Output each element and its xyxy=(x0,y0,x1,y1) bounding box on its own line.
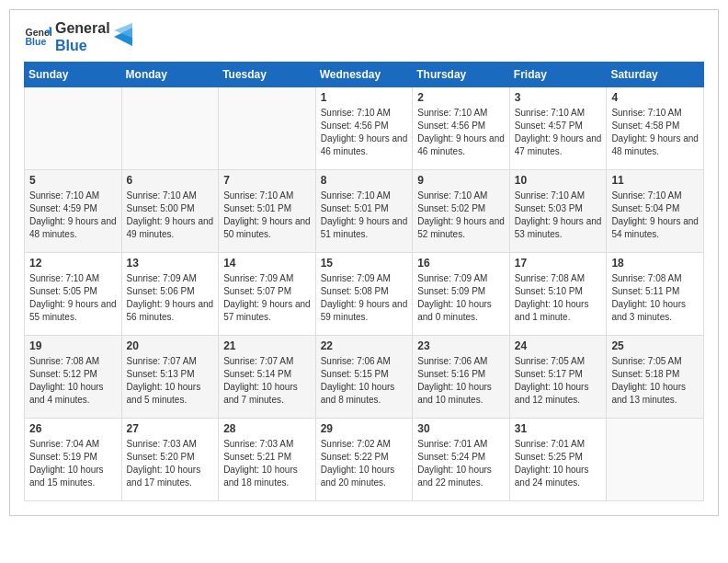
calendar-week-row: 19Sunrise: 7:08 AM Sunset: 5:12 PM Dayli… xyxy=(25,336,704,419)
calendar-cell: 21Sunrise: 7:07 AM Sunset: 5:14 PM Dayli… xyxy=(219,336,316,419)
day-number: 1 xyxy=(321,91,408,104)
day-number: 15 xyxy=(321,257,408,270)
calendar-table: SundayMondayTuesdayWednesdayThursdayFrid… xyxy=(24,62,704,501)
day-info: Sunrise: 7:04 AM Sunset: 5:19 PM Dayligh… xyxy=(29,438,117,489)
day-number: 13 xyxy=(127,257,214,270)
day-info: Sunrise: 7:10 AM Sunset: 4:58 PM Dayligh… xyxy=(611,107,699,158)
day-number: 9 xyxy=(417,174,505,187)
logo: General Blue General Blue xyxy=(24,19,132,54)
day-info: Sunrise: 7:09 AM Sunset: 5:06 PM Dayligh… xyxy=(127,272,214,324)
day-info: Sunrise: 7:10 AM Sunset: 4:59 PM Dayligh… xyxy=(29,190,117,241)
day-info: Sunrise: 7:06 AM Sunset: 5:16 PM Dayligh… xyxy=(417,355,505,407)
day-info: Sunrise: 7:10 AM Sunset: 4:57 PM Dayligh… xyxy=(515,107,602,158)
day-number: 22 xyxy=(321,339,408,352)
day-number: 18 xyxy=(611,257,699,270)
calendar-cell: 2Sunrise: 7:10 AM Sunset: 4:56 PM Daylig… xyxy=(413,87,510,170)
day-number: 31 xyxy=(515,422,602,435)
day-header-thursday: Thursday xyxy=(413,63,510,87)
day-info: Sunrise: 7:10 AM Sunset: 4:56 PM Dayligh… xyxy=(417,107,505,158)
calendar-week-row: 12Sunrise: 7:10 AM Sunset: 5:05 PM Dayli… xyxy=(25,253,704,336)
calendar-cell: 18Sunrise: 7:08 AM Sunset: 5:11 PM Dayli… xyxy=(607,253,704,336)
calendar-cell: 1Sunrise: 7:10 AM Sunset: 4:56 PM Daylig… xyxy=(315,87,413,170)
day-info: Sunrise: 7:08 AM Sunset: 5:12 PM Dayligh… xyxy=(29,355,117,407)
day-info: Sunrise: 7:01 AM Sunset: 5:24 PM Dayligh… xyxy=(417,438,505,489)
day-info: Sunrise: 7:10 AM Sunset: 5:03 PM Dayligh… xyxy=(515,190,602,241)
day-number: 12 xyxy=(29,257,117,270)
day-info: Sunrise: 7:05 AM Sunset: 5:18 PM Dayligh… xyxy=(611,355,699,407)
logo-icon: General Blue xyxy=(24,23,51,51)
calendar-cell: 19Sunrise: 7:08 AM Sunset: 5:12 PM Dayli… xyxy=(25,336,122,419)
calendar-container: General Blue General Blue SundayMondayTu… xyxy=(9,9,719,516)
day-info: Sunrise: 7:09 AM Sunset: 5:09 PM Dayligh… xyxy=(417,272,505,324)
day-header-monday: Monday xyxy=(121,63,219,87)
day-number: 24 xyxy=(515,339,602,352)
day-number: 20 xyxy=(127,339,214,352)
day-number: 5 xyxy=(29,174,117,187)
day-number: 10 xyxy=(515,174,602,187)
calendar-cell: 6Sunrise: 7:10 AM Sunset: 5:00 PM Daylig… xyxy=(121,170,219,253)
day-number: 3 xyxy=(515,91,602,104)
day-number: 4 xyxy=(611,91,699,104)
calendar-cell: 14Sunrise: 7:09 AM Sunset: 5:07 PM Dayli… xyxy=(219,253,316,336)
day-number: 19 xyxy=(29,339,117,352)
calendar-cell xyxy=(121,87,219,170)
calendar-week-row: 26Sunrise: 7:04 AM Sunset: 5:19 PM Dayli… xyxy=(25,419,704,501)
day-info: Sunrise: 7:09 AM Sunset: 5:08 PM Dayligh… xyxy=(321,272,408,324)
day-info: Sunrise: 7:03 AM Sunset: 5:20 PM Dayligh… xyxy=(127,438,214,489)
calendar-cell: 8Sunrise: 7:10 AM Sunset: 5:01 PM Daylig… xyxy=(315,170,413,253)
calendar-cell: 26Sunrise: 7:04 AM Sunset: 5:19 PM Dayli… xyxy=(25,419,122,501)
day-info: Sunrise: 7:10 AM Sunset: 5:02 PM Dayligh… xyxy=(417,190,505,241)
calendar-header: General Blue General Blue xyxy=(24,19,704,54)
day-info: Sunrise: 7:10 AM Sunset: 5:01 PM Dayligh… xyxy=(321,190,408,241)
calendar-cell xyxy=(25,87,122,170)
calendar-cell: 17Sunrise: 7:08 AM Sunset: 5:10 PM Dayli… xyxy=(509,253,607,336)
day-info: Sunrise: 7:08 AM Sunset: 5:11 PM Dayligh… xyxy=(611,272,699,324)
calendar-cell: 16Sunrise: 7:09 AM Sunset: 5:09 PM Dayli… xyxy=(413,253,510,336)
day-header-saturday: Saturday xyxy=(607,63,704,87)
calendar-cell: 10Sunrise: 7:10 AM Sunset: 5:03 PM Dayli… xyxy=(509,170,607,253)
day-number: 2 xyxy=(417,91,505,104)
day-info: Sunrise: 7:07 AM Sunset: 5:14 PM Dayligh… xyxy=(223,355,311,407)
calendar-header-row: SundayMondayTuesdayWednesdayThursdayFrid… xyxy=(25,63,704,87)
calendar-cell: 29Sunrise: 7:02 AM Sunset: 5:22 PM Dayli… xyxy=(315,419,413,501)
day-number: 27 xyxy=(127,422,214,435)
day-number: 17 xyxy=(515,257,602,270)
day-info: Sunrise: 7:10 AM Sunset: 5:01 PM Dayligh… xyxy=(223,190,311,241)
calendar-cell: 23Sunrise: 7:06 AM Sunset: 5:16 PM Dayli… xyxy=(413,336,510,419)
calendar-cell: 11Sunrise: 7:10 AM Sunset: 5:04 PM Dayli… xyxy=(607,170,704,253)
day-number: 25 xyxy=(611,339,699,352)
calendar-week-row: 1Sunrise: 7:10 AM Sunset: 4:56 PM Daylig… xyxy=(25,87,704,170)
calendar-cell: 3Sunrise: 7:10 AM Sunset: 4:57 PM Daylig… xyxy=(509,87,607,170)
day-info: Sunrise: 7:10 AM Sunset: 4:56 PM Dayligh… xyxy=(321,107,408,158)
logo-wave-icon xyxy=(114,23,132,51)
calendar-cell: 28Sunrise: 7:03 AM Sunset: 5:21 PM Dayli… xyxy=(219,419,316,501)
day-info: Sunrise: 7:03 AM Sunset: 5:21 PM Dayligh… xyxy=(223,438,311,489)
day-number: 30 xyxy=(417,422,505,435)
calendar-cell: 15Sunrise: 7:09 AM Sunset: 5:08 PM Dayli… xyxy=(315,253,413,336)
day-number: 21 xyxy=(223,339,311,352)
calendar-cell: 31Sunrise: 7:01 AM Sunset: 5:25 PM Dayli… xyxy=(509,419,607,501)
day-number: 23 xyxy=(417,339,505,352)
day-number: 8 xyxy=(321,174,408,187)
calendar-week-row: 5Sunrise: 7:10 AM Sunset: 4:59 PM Daylig… xyxy=(25,170,704,253)
calendar-cell: 5Sunrise: 7:10 AM Sunset: 4:59 PM Daylig… xyxy=(25,170,122,253)
day-info: Sunrise: 7:10 AM Sunset: 5:00 PM Dayligh… xyxy=(127,190,214,241)
logo-general: General xyxy=(55,19,110,37)
day-number: 28 xyxy=(223,422,311,435)
calendar-cell: 30Sunrise: 7:01 AM Sunset: 5:24 PM Dayli… xyxy=(413,419,510,501)
day-number: 6 xyxy=(127,174,214,187)
day-info: Sunrise: 7:07 AM Sunset: 5:13 PM Dayligh… xyxy=(127,355,214,407)
calendar-cell: 27Sunrise: 7:03 AM Sunset: 5:20 PM Dayli… xyxy=(121,419,219,501)
day-info: Sunrise: 7:06 AM Sunset: 5:15 PM Dayligh… xyxy=(321,355,408,407)
day-header-tuesday: Tuesday xyxy=(219,63,316,87)
day-info: Sunrise: 7:05 AM Sunset: 5:17 PM Dayligh… xyxy=(515,355,602,407)
logo-blue: Blue xyxy=(55,37,110,54)
calendar-cell: 20Sunrise: 7:07 AM Sunset: 5:13 PM Dayli… xyxy=(121,336,219,419)
day-number: 7 xyxy=(223,174,311,187)
calendar-cell xyxy=(607,419,704,501)
day-number: 14 xyxy=(223,257,311,270)
day-header-friday: Friday xyxy=(509,63,607,87)
calendar-cell: 9Sunrise: 7:10 AM Sunset: 5:02 PM Daylig… xyxy=(413,170,510,253)
day-number: 11 xyxy=(611,174,699,187)
calendar-cell: 13Sunrise: 7:09 AM Sunset: 5:06 PM Dayli… xyxy=(121,253,219,336)
